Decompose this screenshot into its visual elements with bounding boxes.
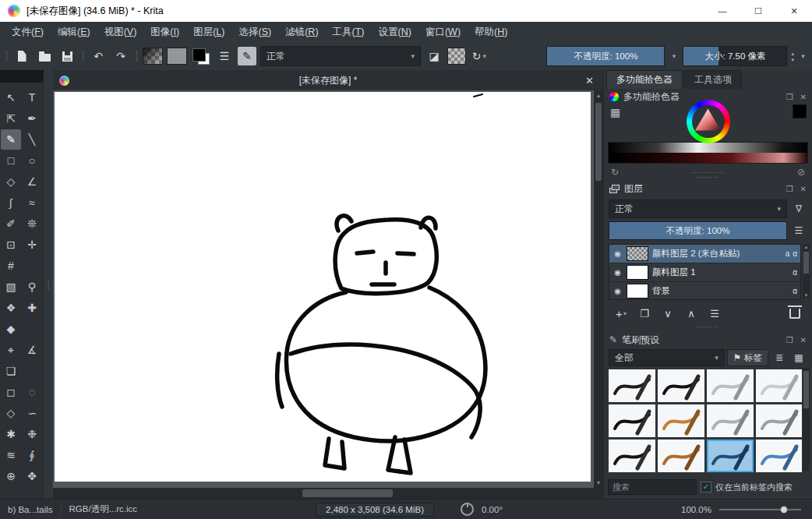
brush-preset-tile[interactable]: [658, 440, 704, 472]
menu-window[interactable]: 窗口(W): [418, 23, 468, 42]
undo-button[interactable]: ↶: [89, 47, 108, 65]
zoom-level-label[interactable]: 100.0%: [681, 505, 711, 514]
move-layer-down-button[interactable]: ∨: [657, 305, 679, 322]
color-sampler-tool[interactable]: ⚲: [22, 277, 42, 297]
toolbar-grip[interactable]: ┊: [4, 51, 9, 62]
spin-down-icon[interactable]: ▾: [791, 57, 794, 62]
ellipse-tool[interactable]: ○: [22, 150, 42, 171]
crop-tool[interactable]: #: [1, 256, 21, 276]
panel-splitter[interactable]: ┊: [44, 70, 53, 499]
gradient-tool[interactable]: ▧: [1, 277, 21, 297]
color-wheel[interactable]: [687, 100, 730, 143]
close-docker-icon[interactable]: ✕: [800, 336, 807, 344]
color-profile-label[interactable]: RGB/透明...rc.icc: [69, 503, 138, 515]
bezier-curve-tool[interactable]: ∫: [1, 192, 21, 213]
brush-preset-tile[interactable]: [609, 369, 655, 402]
visibility-icon[interactable]: ◉: [613, 249, 623, 258]
float-docker-icon[interactable]: ❐: [786, 185, 793, 193]
dynamic-brush-tool[interactable]: ✐: [1, 214, 21, 234]
freehand-select-tool[interactable]: ∽: [22, 403, 42, 423]
layer-opacity-slider[interactable]: 不透明度: 100%: [609, 221, 787, 240]
brush-preset-tile[interactable]: [658, 404, 704, 437]
menu-select[interactable]: 选择(S): [231, 23, 278, 42]
scroll-down-icon[interactable]: ▾: [594, 479, 603, 486]
maximize-button[interactable]: ☐: [740, 0, 776, 22]
layer-badge[interactable]: α: [793, 268, 797, 277]
zoom-handle[interactable]: [780, 506, 788, 514]
delete-layer-button[interactable]: [784, 305, 806, 322]
scrollbar-thumb[interactable]: [803, 252, 809, 274]
tab-tool-options[interactable]: 工具选项: [684, 70, 742, 89]
layer-badge[interactable]: α: [793, 249, 797, 258]
polygon-tool[interactable]: ◇: [1, 171, 21, 192]
fg-bg-colors[interactable]: [191, 47, 211, 65]
toolbar-grip[interactable]: ┊: [80, 51, 85, 62]
measure-tool[interactable]: ∡: [22, 340, 42, 360]
blending-mode-select[interactable]: 正常 ▾: [260, 46, 421, 66]
scrollbar-thumb[interactable]: [302, 489, 393, 497]
layer-row[interactable]: ◉颜料图层 1α: [609, 263, 800, 282]
zoom-tool[interactable]: ⊕: [1, 466, 21, 486]
brush-preset-tile[interactable]: [756, 440, 802, 472]
brush-preset-tile[interactable]: [707, 404, 754, 437]
search-in-tag-checkbox[interactable]: ✓: [701, 482, 711, 493]
freehand-brush-tool[interactable]: ✎: [1, 129, 21, 150]
freehand-path-tool[interactable]: ≈: [22, 192, 42, 213]
canvas-rotation-knob[interactable]: [461, 503, 474, 516]
canvas[interactable]: [55, 92, 591, 482]
minimize-button[interactable]: —: [704, 0, 740, 22]
opacity-slider[interactable]: 不透明度: 100%: [546, 46, 665, 66]
open-document-button[interactable]: [35, 47, 54, 65]
menu-filter[interactable]: 滤镜(R): [278, 23, 325, 42]
multibrush-tool[interactable]: ❊: [22, 214, 42, 234]
current-brush-label[interactable]: b) Ba...tails: [8, 505, 53, 514]
brush-preset-tile[interactable]: [609, 404, 655, 437]
layer-filter-icon[interactable]: ∇: [790, 200, 807, 217]
color-history-icon[interactable]: ▦: [610, 106, 620, 118]
scroll-down-icon[interactable]: ▾: [803, 292, 810, 298]
move-layer-up-button[interactable]: ∧: [680, 305, 702, 322]
layer-options-menu-icon[interactable]: ☰: [790, 222, 807, 239]
rectangular-select-tool[interactable]: ◻: [1, 382, 21, 402]
contiguous-select-tool[interactable]: ✱: [1, 424, 21, 444]
spin-up-icon[interactable]: ▴: [791, 51, 794, 56]
menu-edit[interactable]: 编辑(E): [51, 23, 97, 42]
brush-preset-tile[interactable]: [756, 369, 802, 402]
scroll-up-icon[interactable]: ▴: [803, 244, 810, 250]
magnetic-select-tool[interactable]: ≋: [1, 445, 21, 465]
brush-preset-tile[interactable]: [756, 404, 802, 437]
opacity-dropdown-button[interactable]: ▾: [669, 47, 679, 65]
zoom-slider[interactable]: [719, 504, 801, 515]
brush-preset-tile[interactable]: [609, 440, 655, 472]
docker-separator[interactable]: ┄┄┄┄: [604, 325, 812, 330]
menu-file[interactable]: 文件(F): [5, 23, 51, 42]
preset-filter-select[interactable]: 全部 ▾: [609, 349, 725, 366]
close-docker-icon[interactable]: ✕: [800, 93, 807, 101]
scrollbar-thumb[interactable]: [595, 103, 602, 181]
layer-properties-button[interactable]: ☰: [704, 305, 726, 322]
float-docker-icon[interactable]: ❐: [786, 336, 793, 344]
menu-tools[interactable]: 工具(T): [326, 23, 372, 42]
scroll-up-icon[interactable]: ▴: [594, 92, 603, 99]
similar-color-select-tool[interactable]: ❉: [22, 424, 42, 444]
add-layer-button[interactable]: + ▾: [610, 305, 632, 322]
size-dropdown-button[interactable]: ▾: [798, 47, 808, 65]
layer-row[interactable]: ◉颜料图层 2 (来自粘贴)aα: [609, 245, 800, 263]
save-button[interactable]: [58, 47, 76, 65]
rectangle-tool[interactable]: □: [1, 150, 21, 171]
edit-shapes-tool[interactable]: ⇱: [1, 108, 21, 129]
horizontal-scrollbar[interactable]: [53, 488, 594, 499]
shade-strip-red[interactable]: [608, 153, 808, 164]
polyline-tool[interactable]: ∠: [22, 171, 42, 192]
preserve-alpha-button[interactable]: [447, 48, 466, 65]
tags-button[interactable]: ⚑ 标签: [727, 349, 768, 366]
move-tool[interactable]: ✛: [22, 235, 42, 255]
transform-tool[interactable]: ⊡: [1, 235, 21, 255]
pattern-edit-tool[interactable]: ❖: [1, 298, 21, 318]
calligraphy-tool[interactable]: ✒: [22, 108, 42, 129]
layer-blending-mode-select[interactable]: 正常 ▾: [609, 199, 787, 218]
close-button[interactable]: ✕: [776, 0, 812, 22]
shape-select-tool[interactable]: ↖: [1, 87, 21, 108]
polygonal-select-tool[interactable]: ◇: [1, 403, 21, 423]
menu-view[interactable]: 视图(V): [97, 23, 144, 42]
